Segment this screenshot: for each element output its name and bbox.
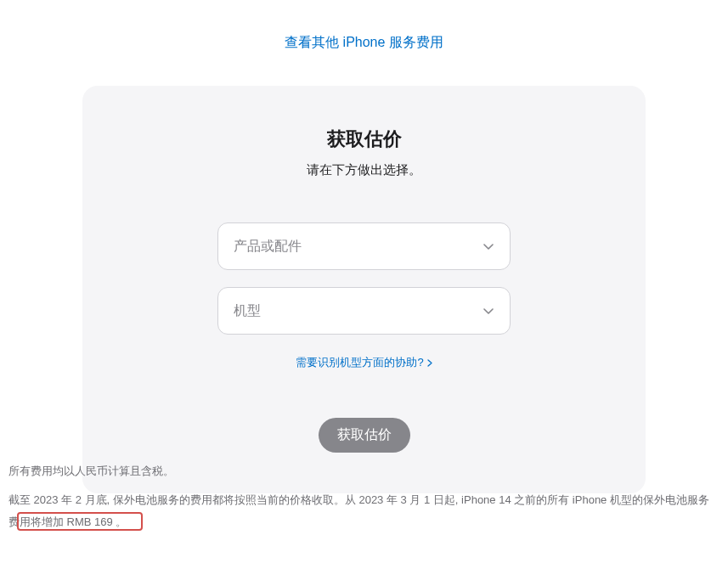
product-select-placeholder: 产品或配件 [234, 238, 302, 256]
card-title: 获取估价 [327, 127, 402, 152]
footnote-tax: 所有费用均以人民币计算且含税。 [8, 460, 720, 482]
product-select[interactable]: 产品或配件 [217, 222, 511, 270]
footnote-price-increase: 截至 2023 年 2 月底, 保外电池服务的费用都将按照当前的价格收取。从 2… [8, 489, 720, 533]
chevron-right-icon [427, 359, 432, 367]
chevron-down-icon [483, 243, 494, 250]
get-estimate-button[interactable]: 获取估价 [319, 418, 410, 453]
model-select-placeholder: 机型 [234, 302, 261, 320]
help-link[interactable]: 需要识别机型方面的协助? [296, 355, 432, 370]
chevron-down-icon [483, 307, 494, 314]
help-link-label: 需要识别机型方面的协助? [296, 355, 423, 370]
footnotes: 所有费用均以人民币计算且含税。 截至 2023 年 2 月底, 保外电池服务的费… [8, 460, 720, 533]
other-services-link[interactable]: 查看其他 iPhone 服务费用 [285, 34, 443, 52]
estimate-card: 获取估价 请在下方做出选择。 产品或配件 机型 需要识别机型方面的协助? 获取估… [82, 86, 646, 493]
model-select[interactable]: 机型 [217, 287, 511, 335]
card-subtitle: 请在下方做出选择。 [307, 162, 421, 178]
